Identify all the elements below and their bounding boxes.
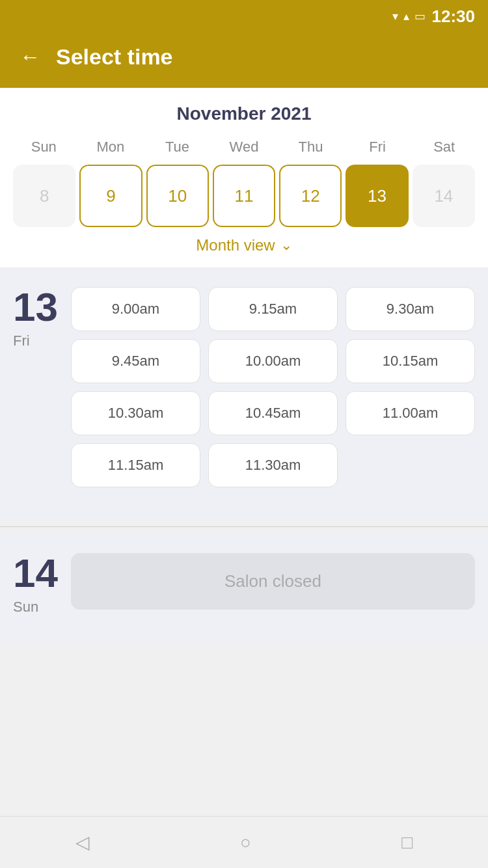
signal-icon: ▴: [403, 9, 409, 23]
day-name-13: Fri: [13, 332, 58, 349]
day-cell[interactable]: 9: [79, 165, 142, 227]
time-slot[interactable]: 10.15am: [346, 339, 475, 383]
time-slot[interactable]: 10.45am: [208, 391, 338, 435]
weekday-label: Mon: [77, 136, 144, 158]
day-cell: 14: [413, 165, 475, 227]
status-time: 12:30: [432, 7, 476, 27]
day-cell[interactable]: 12: [279, 165, 342, 227]
chevron-down-icon: ⌄: [280, 237, 292, 254]
time-slot[interactable]: 9.30am: [346, 287, 475, 331]
app-header: ← Select time: [0, 33, 488, 88]
time-slot[interactable]: 9.15am: [208, 287, 338, 331]
closed-section-sun: 14 Sun Salon closed: [0, 534, 488, 642]
weekday-label: Fri: [344, 136, 411, 158]
weekday-label: Tue: [144, 136, 211, 158]
nav-bar: [0, 816, 488, 868]
nav-recent-button[interactable]: [401, 832, 413, 853]
time-slot[interactable]: 9.45am: [71, 339, 200, 383]
month-view-toggle[interactable]: Month view ⌄: [10, 227, 478, 257]
calendar-section: November 2021 SunMonTueWedThuFriSat 8910…: [0, 88, 488, 267]
section-divider: [0, 526, 488, 527]
nav-back-button[interactable]: [75, 832, 90, 853]
day-number-13: 13: [13, 287, 58, 327]
time-slot[interactable]: 11.00am: [346, 391, 475, 435]
nav-home-button[interactable]: [240, 832, 251, 853]
weekday-label: Wed: [211, 136, 278, 158]
day-cell: 8: [13, 165, 75, 227]
page-title: Select time: [56, 44, 173, 70]
weekday-label: Thu: [277, 136, 344, 158]
day-header-13: 13 Fri 9.00am9.15am9.30am9.45am10.00am10…: [13, 287, 475, 487]
day-number-display: 13 Fri: [13, 287, 58, 349]
time-slot[interactable]: 10.00am: [208, 339, 338, 383]
day-cell[interactable]: 10: [146, 165, 209, 227]
time-slot[interactable]: 9.00am: [71, 287, 200, 331]
time-slot[interactable]: 11.15am: [71, 443, 200, 487]
weekday-label: Sun: [10, 136, 77, 158]
day-number-14: 14: [13, 553, 58, 593]
status-bar: ▾ ▴ ▭ 12:30: [0, 0, 488, 33]
time-slot[interactable]: 11.30am: [208, 443, 338, 487]
days-row: 891011121314: [10, 165, 478, 227]
day-cell[interactable]: 13: [346, 165, 408, 227]
battery-icon: ▭: [414, 9, 426, 23]
day-number-display-14: 14 Sun: [13, 553, 58, 616]
weekday-label: Sat: [411, 136, 478, 158]
times-section-fri: 13 Fri 9.00am9.15am9.30am9.45am10.00am10…: [0, 267, 488, 520]
month-view-label: Month view: [196, 236, 275, 254]
back-button[interactable]: ←: [20, 45, 40, 69]
status-icons: ▾ ▴ ▭: [392, 9, 426, 23]
weekday-header: SunMonTueWedThuFriSat: [10, 136, 478, 158]
salon-closed-message: Salon closed: [71, 553, 475, 610]
time-slot[interactable]: 10.30am: [71, 391, 200, 435]
wifi-icon: ▾: [392, 9, 398, 23]
closed-row: 14 Sun Salon closed: [13, 553, 475, 616]
day-name-14: Sun: [13, 599, 58, 616]
month-year-label: November 2021: [10, 103, 478, 124]
day-cell[interactable]: 11: [213, 165, 275, 227]
time-slots-grid: 9.00am9.15am9.30am9.45am10.00am10.15am10…: [71, 287, 475, 487]
